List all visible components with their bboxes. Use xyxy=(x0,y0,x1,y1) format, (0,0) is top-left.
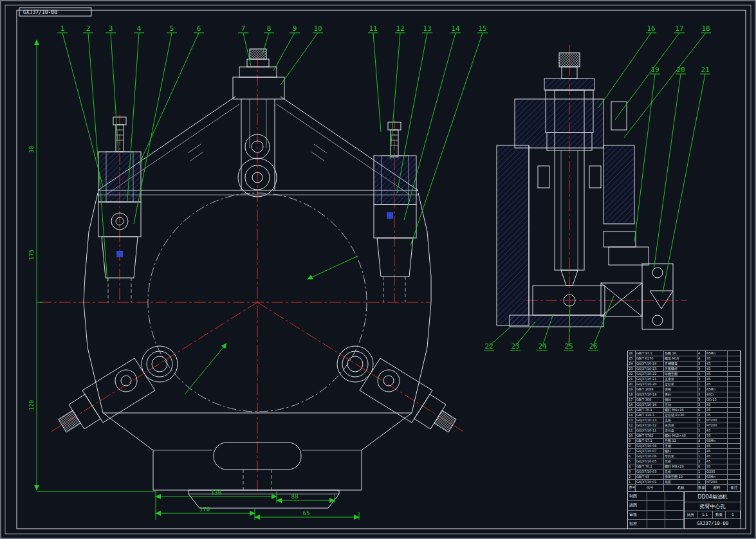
part-qty: 1 xyxy=(697,449,706,453)
part-name: 支座 xyxy=(664,418,697,423)
title-block: 制图 描图 审核 批准 DD04柴油机 摇臂中心孔 比例 1:1 数量 1 GX… xyxy=(628,492,741,529)
table-row: 13 GXJ37/10-13 支座 3 HT200 xyxy=(628,418,741,423)
part-remark xyxy=(728,356,741,361)
part-remark xyxy=(728,439,741,443)
table-row: 12 GXJ37/10-12 夹具体 1 HT200 xyxy=(628,423,741,428)
part-name: 底座 xyxy=(664,480,697,484)
part-remark xyxy=(728,428,741,433)
part-code: GXJ37/10-08 xyxy=(636,444,664,448)
svg-text:6: 6 xyxy=(197,24,201,33)
svg-text:15: 15 xyxy=(478,24,486,33)
part-material: 65Mn xyxy=(706,475,728,479)
part-no: 2 xyxy=(628,475,636,479)
part-material: 65Mn xyxy=(706,439,728,443)
table-row: 1 GXJ37/10-01 底座 1 HT200 xyxy=(628,480,741,485)
role-label: 批准 xyxy=(628,520,647,528)
part-material: HT200 xyxy=(706,423,728,428)
table-row: 11 GXJ37/10-11 定位盘 1 45 xyxy=(628,428,741,434)
svg-text:14: 14 xyxy=(451,24,460,33)
part-remark xyxy=(728,361,741,366)
table-row: 7 GXJ37/10-07 螺杆 1 45 xyxy=(628,449,741,454)
part-no: 1 xyxy=(628,480,636,484)
role-signature xyxy=(647,520,665,528)
part-qty: 3 xyxy=(697,459,706,464)
table-row: 21 GXJ37/10-21 支承套 3 45 xyxy=(628,377,741,382)
balloon-12: 12 xyxy=(390,24,405,160)
part-remark xyxy=(728,449,741,453)
part-no: 10 xyxy=(628,434,636,438)
part-qty: 3 xyxy=(697,377,706,381)
svg-text:13: 13 xyxy=(423,24,431,33)
header-material: 材料 xyxy=(706,485,728,491)
part-remark xyxy=(728,464,741,469)
part-qty: 3 xyxy=(697,361,706,366)
part-qty: 1 xyxy=(697,382,706,387)
part-no: 6 xyxy=(628,454,636,459)
part-no: 14 xyxy=(628,413,636,417)
table-row: 15 GB/T 70.1 螺钉 M6×16 6 35 xyxy=(628,408,741,413)
right-clamp xyxy=(374,122,416,302)
table-row: 23 GXJ37/10-23 压紧螺杆 3 45 xyxy=(628,367,741,372)
part-remark xyxy=(728,459,741,464)
frame-title-label: GXJ37/10-00 xyxy=(23,10,57,15)
table-row: 2 GB/T 93 弹簧垫圈 10 4 65Mn xyxy=(628,475,741,480)
table-row: 14 GB/T 119.1 定位销 8×30 2 35 xyxy=(628,413,741,418)
part-qty: 4 xyxy=(697,356,706,361)
qty-value: 1 xyxy=(726,511,741,518)
part-code: GXJ37/10-16 xyxy=(636,403,664,407)
table-row: 24 GXJ37/10-24 开槽螺母 3 45 xyxy=(628,361,741,367)
part-material: 45 xyxy=(706,377,728,381)
balloon-25: 25 xyxy=(564,305,574,351)
part-qty: 4 xyxy=(697,439,706,443)
table-row: 6 GXJ37/10-06 导向套 1 45 xyxy=(628,454,741,459)
svg-text:12: 12 xyxy=(396,24,404,33)
part-qty: 3 xyxy=(697,367,706,371)
part-code: GB/T 93 xyxy=(636,475,664,479)
part-remark xyxy=(728,480,741,484)
parts-list: 26 GB/T 97.1 垫圈 16 4 65Mn 25 GB/T 6170 螺… xyxy=(627,351,741,529)
dim-bottom-2: 88 xyxy=(291,493,299,500)
part-qty: 3 xyxy=(697,397,706,402)
part-name: 压板 xyxy=(664,459,697,464)
part-remark xyxy=(728,372,741,376)
part-material: GCr15 xyxy=(706,397,728,402)
part-qty: 6 xyxy=(697,464,706,469)
part-remark xyxy=(728,423,741,428)
balloon-22: 22 xyxy=(484,327,511,351)
svg-text:17: 17 xyxy=(675,24,683,33)
part-no: 4 xyxy=(628,464,636,469)
part-material: 35 xyxy=(706,408,728,412)
svg-text:21: 21 xyxy=(701,66,709,74)
svg-text:3: 3 xyxy=(109,24,113,33)
table-row: 16 GXJ37/10-16 压块 3 45 xyxy=(628,403,741,408)
svg-text:8: 8 xyxy=(267,24,272,33)
part-material: 35 xyxy=(706,413,728,417)
part-name: 球面垫圈 xyxy=(664,372,697,376)
svg-text:11: 11 xyxy=(369,24,377,33)
table-row: 20 GXJ37/10-20 定位套 1 45 xyxy=(628,382,741,387)
part-remark xyxy=(728,351,741,356)
part-code: GXJ37/10-21 xyxy=(636,377,664,381)
part-material: 45 xyxy=(706,428,728,433)
balloon-3: 3 xyxy=(106,24,118,152)
part-material: 45 xyxy=(706,454,728,459)
part-code: GXJ37/10-05 xyxy=(636,459,664,464)
part-qty: 4 xyxy=(697,434,706,438)
svg-text:2: 2 xyxy=(86,24,91,33)
dim-bottom-3: 170 xyxy=(199,506,210,513)
table-row: 3 GXJ37/10-03 盖板 1 Q235 xyxy=(628,470,741,475)
part-code: GB/T 70.1 xyxy=(636,464,664,469)
part-qty: 2 xyxy=(697,413,706,417)
dim-bottom-4: 65 xyxy=(303,510,310,516)
role-label: 描图 xyxy=(628,501,647,509)
role-label: 制图 xyxy=(628,492,647,500)
balloon-21: 21 xyxy=(663,66,710,293)
svg-text:7: 7 xyxy=(241,24,246,33)
annotations: 30 175 120 130 88 170 65 xyxy=(28,40,359,520)
part-no: 7 xyxy=(628,449,636,453)
part-code: GXJ37/10-12 xyxy=(636,423,664,428)
part-no: 12 xyxy=(628,423,636,428)
part-material: HT200 xyxy=(706,480,728,484)
svg-text:20: 20 xyxy=(676,66,685,74)
part-name: 手柄 xyxy=(664,444,697,448)
